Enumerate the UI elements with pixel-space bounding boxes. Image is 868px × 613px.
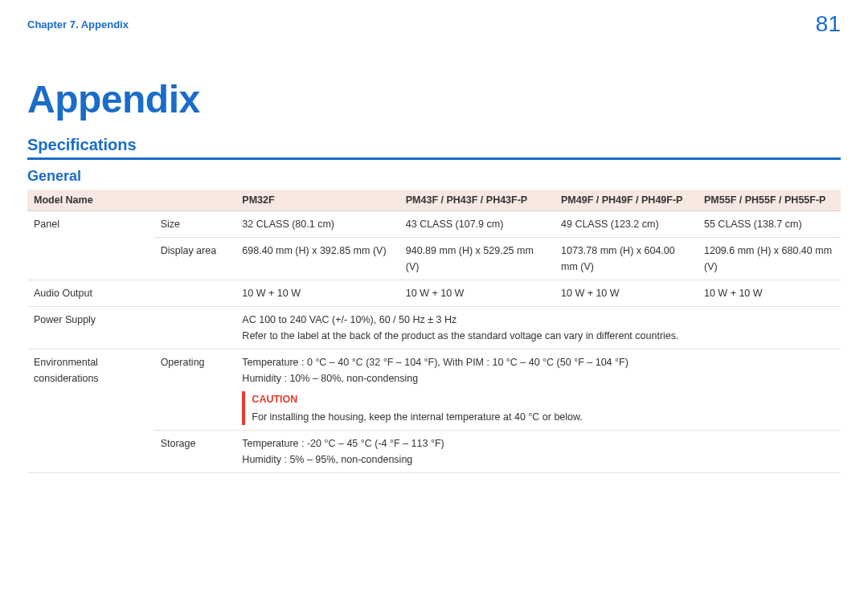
cell-power-supply-label: Power Supply: [27, 307, 235, 349]
operating-line1: Temperature : 0 °C – 40 °C (32 °F – 104 …: [242, 354, 834, 370]
cell-size-m4: 55 CLASS (138.7 cm): [698, 211, 841, 238]
cell-audio-output-label: Audio Output: [27, 280, 235, 307]
caution-text: For installing the housing, keep the int…: [252, 409, 583, 425]
breadcrumb: Chapter 7. Appendix: [27, 18, 129, 31]
table-row: Audio Output 10 W + 10 W 10 W + 10 W 10 …: [27, 280, 841, 307]
table-row: Power Supply AC 100 to 240 VAC (+/- 10%)…: [27, 307, 841, 349]
cell-audio-m2: 10 W + 10 W: [399, 280, 555, 307]
cell-power-supply-value: AC 100 to 240 VAC (+/- 10%), 60 / 50 Hz …: [235, 307, 841, 349]
storage-line2: Humidity : 5% – 95%, non-condensing: [242, 452, 834, 468]
power-line1: AC 100 to 240 VAC (+/- 10%), 60 / 50 Hz …: [242, 312, 834, 328]
cell-display-area-m2: 940.89 mm (H) x 529.25 mm (V): [399, 238, 555, 280]
header-pm32f: PM32F: [235, 190, 399, 211]
cell-audio-m4: 10 W + 10 W: [698, 280, 841, 307]
cell-panel-label: Panel: [27, 211, 154, 280]
table-row: Panel Size 32 CLASS (80.1 cm) 43 CLASS (…: [27, 211, 841, 238]
cell-size-m3: 49 CLASS (123.2 cm): [555, 211, 698, 238]
page-header: Chapter 7. Appendix 81: [0, 0, 868, 43]
caution-bar-icon: [242, 391, 245, 425]
cell-display-area-m1: 698.40 mm (H) x 392.85 mm (V): [235, 238, 399, 280]
cell-audio-m1: 10 W + 10 W: [235, 280, 399, 307]
cell-display-area-m3: 1073.78 mm (H) x 604.00 mm (V): [555, 238, 698, 280]
table-header-row: Model Name PM32F PM43F / PH43F / PH43F-P…: [27, 190, 841, 211]
cell-operating-label: Operating: [154, 349, 236, 431]
specifications-table: Model Name PM32F PM43F / PH43F / PH43F-P…: [27, 190, 841, 473]
storage-line1: Temperature : -20 °C – 45 °C (-4 °F – 11…: [242, 435, 834, 452]
cell-display-area-m4: 1209.6 mm (H) x 680.40 mm (V): [698, 238, 841, 280]
page-number: 81: [816, 11, 841, 37]
caution-label: CAUTION: [252, 391, 583, 407]
cell-audio-m3: 10 W + 10 W: [555, 280, 698, 307]
cell-size-m2: 43 CLASS (107.9 cm): [399, 211, 555, 238]
power-line2: Refer to the label at the back of the pr…: [242, 328, 834, 344]
table-row: Environmental considerations Operating T…: [27, 349, 841, 431]
cell-env-label: Environmental considerations: [27, 349, 154, 473]
header-model-name: Model Name: [27, 190, 235, 211]
cell-storage-label: Storage: [154, 431, 236, 473]
cell-operating-value: Temperature : 0 °C – 40 °C (32 °F – 104 …: [235, 349, 841, 431]
header-pm43f: PM43F / PH43F / PH43F-P: [399, 190, 555, 211]
page-content: Appendix Specifications General Model Na…: [0, 77, 868, 473]
header-pm55f: PM55F / PH55F / PH55F-P: [698, 190, 841, 211]
subsection-general: General: [27, 168, 841, 185]
section-specifications: Specifications: [27, 136, 841, 160]
page-title: Appendix: [27, 77, 841, 121]
cell-display-area-label: Display area: [154, 238, 236, 280]
operating-line2: Humidity : 10% – 80%, non-condensing: [242, 370, 834, 386]
caution-block: CAUTION For installing the housing, keep…: [242, 391, 834, 425]
cell-size-label: Size: [154, 211, 236, 238]
cell-storage-value: Temperature : -20 °C – 45 °C (-4 °F – 11…: [235, 431, 841, 473]
cell-size-m1: 32 CLASS (80.1 cm): [235, 211, 399, 238]
header-pm49f: PM49F / PH49F / PH49F-P: [555, 190, 698, 211]
